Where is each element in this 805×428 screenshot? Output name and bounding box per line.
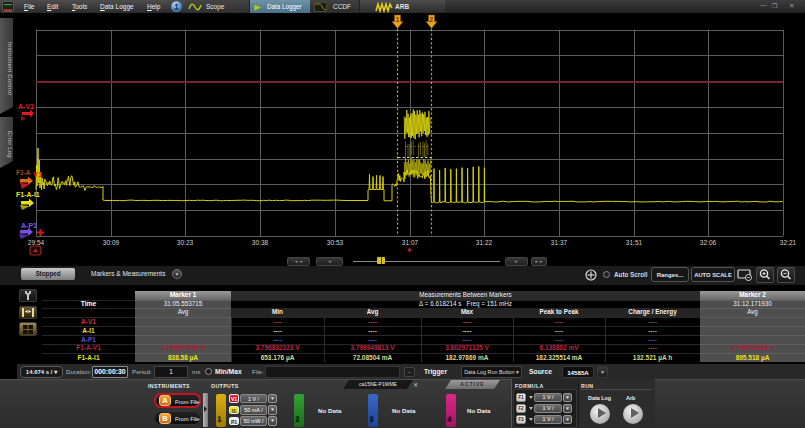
svg-text:1: 1 [396,16,400,23]
svg-text:2: 2 [429,16,433,23]
